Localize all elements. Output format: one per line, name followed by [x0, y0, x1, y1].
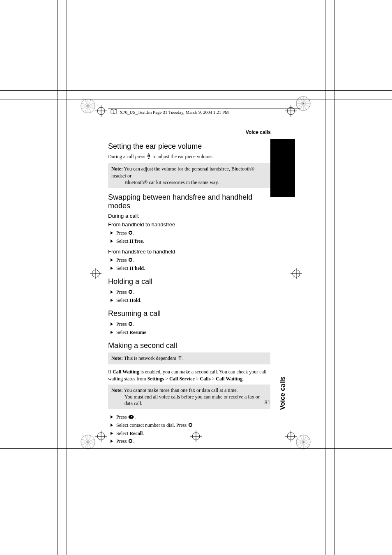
svg-point-51 — [129, 231, 132, 234]
center-key-icon — [128, 230, 133, 237]
step-list: Press . Select H'free. — [111, 229, 270, 245]
body-text: During a call press to adjust the ear pi… — [108, 153, 270, 161]
svg-point-58 — [131, 416, 132, 417]
heading-hold: Holding a call — [108, 277, 270, 286]
step-item: Press . — [111, 288, 270, 297]
running-header-text: X70_US_Text.fm Page 31 Tuesday, March 9,… — [119, 110, 229, 115]
reg-mark-icon — [81, 435, 95, 451]
svg-point-54 — [129, 322, 132, 325]
heading-earpiece: Setting the ear piece volume — [108, 142, 270, 151]
note-box: Note: You cannot make more than one fax … — [108, 385, 270, 410]
subheading-from-hh: From handheld to handsfree — [108, 221, 270, 228]
heading-second-call: Making a second call — [108, 341, 270, 350]
page-content: Setting the ear piece volume During a ca… — [108, 140, 270, 449]
step-item: Press . — [111, 256, 270, 265]
step-item: Press . — [111, 413, 270, 421]
step-list: Press . Select Hold. — [111, 288, 270, 304]
center-key-icon — [128, 321, 133, 329]
cross-mark-icon — [95, 431, 107, 444]
book-icon — [111, 108, 117, 116]
reg-mark-icon — [81, 99, 95, 115]
svg-point-50 — [148, 155, 150, 157]
step-list: Press . Select H'held. — [111, 256, 270, 272]
heading-resume: Resuming a call — [108, 309, 270, 318]
reg-mark-icon — [296, 435, 311, 451]
note-box: Note: This is network dependent . — [108, 352, 270, 364]
note-label: Note: — [111, 387, 123, 393]
center-key-icon — [188, 422, 193, 430]
cross-mark-icon — [285, 431, 297, 444]
step-item: Press . — [111, 320, 270, 329]
antenna-icon — [178, 355, 182, 362]
subheading-from-hf: From handsfree to handheld — [108, 249, 270, 255]
step-item: Select H'free. — [111, 237, 270, 245]
step-item: Select Recall. — [111, 430, 270, 438]
step-item: Select Hold. — [111, 297, 270, 304]
step-item: Press . — [111, 438, 270, 446]
cross-mark-icon — [291, 268, 302, 281]
svg-point-59 — [189, 424, 192, 426]
contacts-key-icon — [128, 414, 134, 421]
nav-updown-icon — [147, 153, 151, 161]
page-number: 31 — [265, 399, 270, 405]
step-list: Press . Select contact number to dial. P… — [111, 413, 270, 446]
center-key-icon — [128, 438, 133, 446]
step-item: Select H'held. — [111, 265, 270, 272]
svg-point-60 — [129, 440, 132, 442]
cross-mark-icon — [95, 105, 107, 118]
step-item: Select contact number to dial. Press — [111, 421, 270, 430]
center-key-icon — [128, 257, 133, 265]
step-item: Select Resume. — [111, 329, 270, 336]
running-header: X70_US_Text.fm Page 31 Tuesday, March 9,… — [108, 108, 300, 116]
center-key-icon — [128, 289, 133, 297]
page-section-header: Voice calls — [246, 129, 271, 135]
note-label: Note: — [111, 166, 123, 172]
body-text: If Call Waiting is enabled, you can make… — [108, 368, 270, 382]
note-box: Note: You can adjust the volume for the … — [108, 163, 270, 188]
heading-swap: Swapping between handsfree and handheld … — [108, 193, 270, 210]
thumb-tab-block — [270, 139, 295, 197]
cross-mark-icon — [90, 268, 101, 281]
subheading-during: During a call: — [108, 213, 270, 219]
svg-point-53 — [129, 290, 132, 293]
step-list: Press . Select Resume. — [111, 320, 270, 336]
svg-point-56 — [180, 357, 180, 357]
svg-point-52 — [129, 258, 132, 261]
step-item: Press . — [111, 229, 270, 237]
note-label: Note: — [111, 355, 123, 361]
thumb-tab-label: Voice calls — [271, 343, 295, 397]
